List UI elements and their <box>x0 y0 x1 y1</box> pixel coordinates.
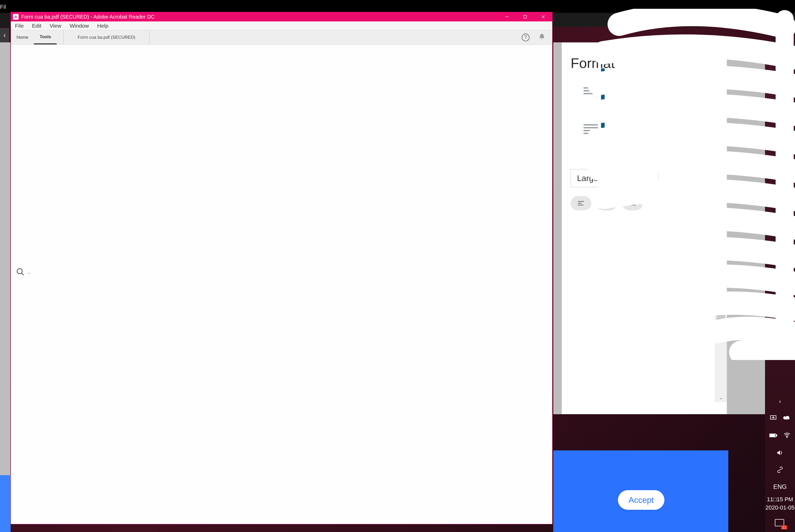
menu-file[interactable]: File <box>11 23 28 29</box>
find-tool[interactable]: – <box>16 268 31 279</box>
window-close-button[interactable] <box>534 12 552 21</box>
help-icon[interactable]: ? <box>522 34 529 41</box>
tray-link-icon[interactable] <box>765 461 795 478</box>
scrollbar-thumb[interactable] <box>717 306 725 324</box>
menu-window[interactable]: Window <box>66 23 93 29</box>
find-separator: – <box>28 270 31 276</box>
window-maximize-button[interactable] <box>516 12 534 21</box>
volume-icon[interactable] <box>765 444 795 461</box>
scrollbar-down-arrow-icon[interactable]: ⌄ <box>715 395 727 401</box>
background-grey-strip <box>0 42 10 532</box>
tray-overflow-chevron[interactable]: ‹ <box>765 393 795 410</box>
acrobat-window: A Form cua ba.pdf (SECURED) - Adobe Acro… <box>11 12 553 524</box>
titlebar[interactable]: A Form cua ba.pdf (SECURED) - Adobe Acro… <box>11 12 552 21</box>
document-viewport[interactable]: – <box>11 45 552 524</box>
background-menu-fragment: Fil <box>0 4 6 10</box>
align-center-button[interactable] <box>596 196 617 210</box>
svg-line-5 <box>21 273 24 275</box>
acrobat-app-icon: A <box>13 14 19 20</box>
action-center-badge: 11 <box>781 525 787 529</box>
system-tray: ‹ ENG 11□15 PM 2020-01-05 11 <box>765 42 795 532</box>
notifications-bell-icon[interactable] <box>538 33 545 42</box>
tray-display-icon[interactable] <box>770 415 777 422</box>
svg-rect-19 <box>776 435 777 436</box>
accept-button[interactable]: Accept <box>618 490 665 510</box>
tray-time: 11□15 PM <box>765 495 795 504</box>
format-heading: Format <box>571 55 718 71</box>
magnifier-icon <box>16 268 25 279</box>
align-left-button[interactable] <box>571 196 591 210</box>
format-panel-scrollbar[interactable]: ⌄ <box>715 304 727 402</box>
font-size-value: Large <box>577 174 598 183</box>
tray-language[interactable]: ENG <box>765 478 795 495</box>
accept-label: Accept <box>629 495 654 505</box>
onedrive-cloud-icon[interactable] <box>783 415 790 422</box>
svg-point-21 <box>787 437 787 437</box>
menu-edit[interactable]: Edit <box>28 23 46 29</box>
text-wrap-alt-icon[interactable]: ⎣ <box>599 117 613 134</box>
battery-icon[interactable] <box>770 432 777 439</box>
alignment-row <box>571 196 718 210</box>
tray-date: 2020-01-05 <box>765 504 795 512</box>
format-style-icons: ⎣ ⎣ <box>583 71 613 151</box>
browser-back-button[interactable]: ‹ <box>0 28 9 42</box>
tab-bar: Home Tools Form cua ba.pdf (SECURED) ? <box>11 30 552 45</box>
align-right-button[interactable] <box>622 196 643 210</box>
menu-help[interactable]: Help <box>93 23 112 29</box>
svg-point-4 <box>17 269 22 274</box>
svg-rect-1 <box>524 16 527 18</box>
adobe-logo-icon: A <box>781 16 790 24</box>
menu-view[interactable]: View <box>46 23 66 29</box>
svg-rect-20 <box>770 434 775 436</box>
browser-tab-text: why is <box>762 17 778 23</box>
desktop-top-blackbar: Fil <box>0 0 795 13</box>
window-minimize-button[interactable] <box>498 12 516 21</box>
action-center-button[interactable]: 11 <box>765 515 795 532</box>
chevron-left-icon: ‹ <box>3 31 6 39</box>
text-wrap-icon[interactable]: ⎣ <box>599 77 613 94</box>
chevron-left-icon: ‹ <box>779 398 781 405</box>
tab-tools[interactable]: Tools <box>34 30 57 44</box>
tab-home[interactable]: Home <box>11 30 34 44</box>
background-browser-tab[interactable]: why is A <box>758 13 795 27</box>
font-size-select[interactable]: Large <box>571 169 658 187</box>
menu-bar: File Edit View Window Help <box>11 21 552 30</box>
wifi-icon[interactable] <box>783 432 791 439</box>
tray-language-text: ENG <box>773 483 787 490</box>
format-panel: Format ⎣ ⎣ Large ⌄ <box>562 42 727 414</box>
window-title: Form cua ba.pdf (SECURED) - Adobe Acroba… <box>21 14 155 20</box>
tray-clock[interactable]: 11□15 PM 2020-01-05 <box>765 495 795 515</box>
tab-document[interactable]: Form cua ba.pdf (SECURED) <box>64 30 149 44</box>
blue-footer-left-fragment <box>0 475 11 532</box>
